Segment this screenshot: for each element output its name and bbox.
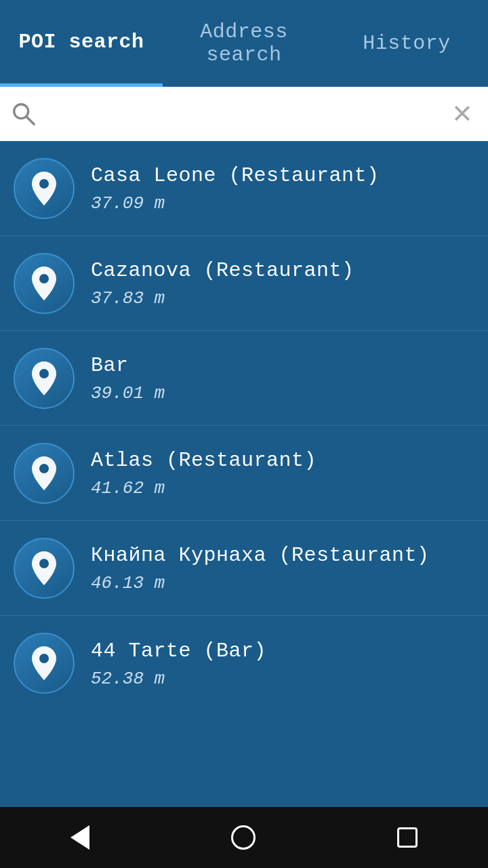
pin-icon — [14, 348, 75, 409]
svg-point-4 — [39, 369, 49, 378]
search-icon — [11, 101, 37, 127]
results-list: Casa Leone (Restaurant) 37.09 m Cazanova… — [0, 141, 488, 807]
clear-button[interactable]: ✕ — [447, 97, 477, 131]
pin-icon — [14, 633, 75, 694]
result-text: 44 Tarte (Bar) 52.38 m — [91, 638, 266, 689]
recent-button[interactable] — [377, 821, 438, 854]
list-item[interactable]: Casa Leone (Restaurant) 37.09 m — [0, 141, 488, 236]
result-distance: 52.38 m — [91, 669, 266, 689]
pin-icon — [14, 443, 75, 504]
svg-point-2 — [39, 179, 49, 189]
tab-history[interactable]: History — [325, 0, 488, 87]
pin-icon — [14, 253, 75, 314]
tab-bar: POI search Address search History — [0, 0, 488, 87]
svg-point-3 — [39, 274, 49, 283]
tab-address[interactable]: Address search — [163, 0, 325, 87]
home-icon — [231, 825, 256, 850]
list-item[interactable]: 44 Tarte (Bar) 52.38 m — [0, 616, 488, 711]
result-distance: 46.13 m — [91, 573, 430, 593]
result-text: Cazanova (Restaurant) 37.83 m — [91, 258, 354, 309]
result-text: Кнайпа Курнаха (Restaurant) 46.13 m — [91, 542, 430, 593]
result-name: 44 Tarte (Bar) — [91, 638, 266, 665]
list-item[interactable]: Кнайпа Курнаха (Restaurant) 46.13 m — [0, 521, 488, 616]
result-text: Atlas (Restaurant) 41.62 m — [91, 448, 317, 498]
result-name: Кнайпа Курнаха (Restaurant) — [91, 542, 430, 569]
svg-point-7 — [39, 654, 49, 663]
result-name: Bar — [91, 353, 165, 379]
result-text: Bar 39.01 m — [91, 353, 165, 403]
result-name: Atlas (Restaurant) — [91, 448, 317, 474]
list-item[interactable]: Bar 39.01 m — [0, 331, 488, 426]
pin-icon — [14, 538, 75, 599]
bottom-nav — [0, 807, 488, 868]
back-button[interactable] — [50, 818, 110, 856]
pin-icon — [14, 158, 75, 219]
svg-point-6 — [39, 559, 49, 568]
close-icon: ✕ — [451, 101, 473, 127]
result-distance: 37.09 m — [91, 193, 380, 214]
home-button[interactable] — [211, 818, 276, 856]
recent-icon — [397, 827, 418, 848]
svg-point-5 — [39, 464, 49, 473]
list-item[interactable]: Atlas (Restaurant) 41.62 m — [0, 426, 488, 521]
search-input[interactable] — [42, 102, 447, 127]
result-distance: 39.01 m — [91, 383, 165, 403]
back-icon — [70, 825, 89, 850]
result-name: Casa Leone (Restaurant) — [91, 163, 380, 189]
tab-poi[interactable]: POI search — [0, 0, 163, 87]
svg-line-1 — [26, 117, 34, 124]
result-distance: 41.62 m — [91, 478, 317, 498]
result-distance: 37.83 m — [91, 288, 354, 309]
list-item[interactable]: Cazanova (Restaurant) 37.83 m — [0, 236, 488, 331]
result-name: Cazanova (Restaurant) — [91, 258, 354, 284]
result-text: Casa Leone (Restaurant) 37.09 m — [91, 163, 380, 214]
search-bar: ✕ — [0, 87, 488, 141]
